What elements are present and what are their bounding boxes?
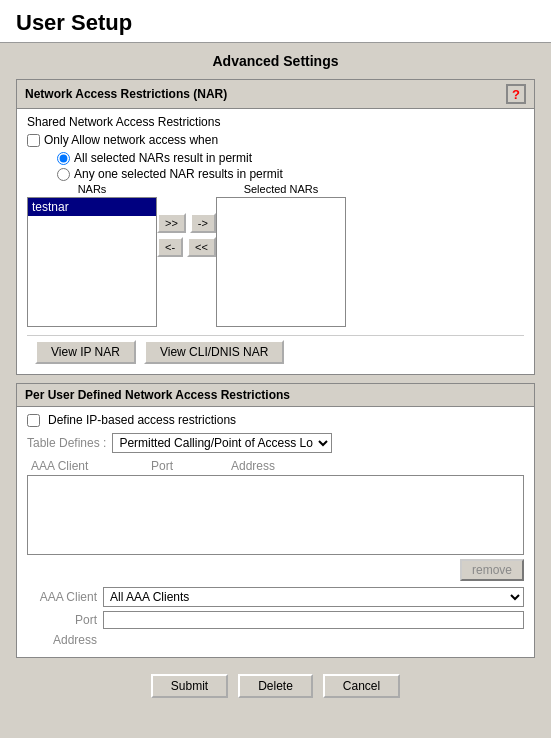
- address-label: Address: [27, 633, 97, 647]
- per-user-panel: Per User Defined Network Access Restrict…: [16, 383, 535, 658]
- per-user-table: [27, 475, 524, 555]
- nar-list-item[interactable]: testnar: [28, 198, 156, 216]
- nar-panel-header: Network Access Restrictions (NAR) ?: [17, 80, 534, 109]
- selected-nars-label: Selected NARs: [244, 183, 319, 195]
- radio-any-label: Any one selected NAR results in permit: [74, 167, 283, 181]
- view-cli-nar-button[interactable]: View CLI/DNIS NAR: [144, 340, 284, 364]
- table-headers: AAA Client Port Address: [27, 459, 524, 473]
- delete-button[interactable]: Delete: [238, 674, 313, 698]
- nar-panel-body: Shared Network Access Restrictions Only …: [17, 109, 534, 374]
- port-label: Port: [27, 613, 97, 627]
- nar-columns-wrapper: NARs testnar >> -> <- << S: [27, 183, 524, 327]
- shared-nar-title: Shared Network Access Restrictions: [27, 115, 524, 129]
- nar-action-buttons: View IP NAR View CLI/DNIS NAR: [27, 335, 524, 368]
- col-port-header: Port: [151, 459, 231, 473]
- remove-button[interactable]: remove: [460, 559, 524, 581]
- move-all-button[interactable]: >>: [157, 213, 186, 233]
- submit-button[interactable]: Submit: [151, 674, 228, 698]
- nars-list[interactable]: testnar: [27, 197, 157, 327]
- define-ip-label: Define IP-based access restrictions: [48, 413, 236, 427]
- table-defines-select[interactable]: Permitted Calling/Point of Access Locati…: [112, 433, 332, 453]
- selected-nars-list[interactable]: [216, 197, 346, 327]
- moveback-all-button[interactable]: <<: [187, 237, 216, 257]
- nar-right-col: Selected NARs: [216, 183, 346, 327]
- section-title: Advanced Settings: [16, 53, 535, 69]
- aaa-client-row: AAA Client All AAA Clients: [27, 587, 524, 607]
- aaa-client-select[interactable]: All AAA Clients: [103, 587, 524, 607]
- moveback-button[interactable]: <-: [157, 237, 183, 257]
- per-user-body: Define IP-based access restrictions Tabl…: [17, 407, 534, 657]
- nar-panel-title: Network Access Restrictions (NAR): [25, 87, 227, 101]
- nar-help-icon[interactable]: ?: [506, 84, 526, 104]
- cancel-button[interactable]: Cancel: [323, 674, 400, 698]
- table-defines-row: Table Defines : Permitted Calling/Point …: [27, 433, 524, 453]
- view-ip-nar-button[interactable]: View IP NAR: [35, 340, 136, 364]
- address-row: Address: [27, 633, 524, 647]
- nars-label: NARs: [78, 183, 107, 195]
- per-user-panel-header: Per User Defined Network Access Restrict…: [17, 384, 534, 407]
- radio-any[interactable]: [57, 168, 70, 181]
- aaa-client-label: AAA Client: [27, 590, 97, 604]
- bottom-buttons: Submit Delete Cancel: [16, 666, 535, 704]
- page-title: User Setup: [0, 0, 551, 43]
- nar-left-col: NARs testnar: [27, 183, 157, 327]
- nar-btn-row-top: >> ->: [157, 213, 216, 233]
- only-allow-label: Only Allow network access when: [44, 133, 218, 147]
- port-input[interactable]: [103, 611, 524, 629]
- define-ip-row: Define IP-based access restrictions: [27, 413, 524, 427]
- port-row: Port: [27, 611, 524, 629]
- move-button[interactable]: ->: [190, 213, 216, 233]
- nar-panel: Network Access Restrictions (NAR) ? Shar…: [16, 79, 535, 375]
- radio-all-label: All selected NARs result in permit: [74, 151, 252, 165]
- nar-btn-row-bottom: <- <<: [157, 237, 216, 257]
- radio-all-row: All selected NARs result in permit: [57, 151, 524, 165]
- nar-transfer-buttons: >> -> <- <<: [157, 213, 216, 257]
- remove-btn-row: remove: [27, 559, 524, 581]
- define-ip-checkbox[interactable]: [27, 414, 40, 427]
- col-aaa-header: AAA Client: [31, 459, 151, 473]
- only-allow-checkbox[interactable]: [27, 134, 40, 147]
- col-address-header: Address: [231, 459, 331, 473]
- radio-any-row: Any one selected NAR results in permit: [57, 167, 524, 181]
- per-user-panel-title: Per User Defined Network Access Restrict…: [25, 388, 290, 402]
- radio-all[interactable]: [57, 152, 70, 165]
- only-allow-row: Only Allow network access when: [27, 133, 524, 147]
- table-defines-label: Table Defines :: [27, 436, 106, 450]
